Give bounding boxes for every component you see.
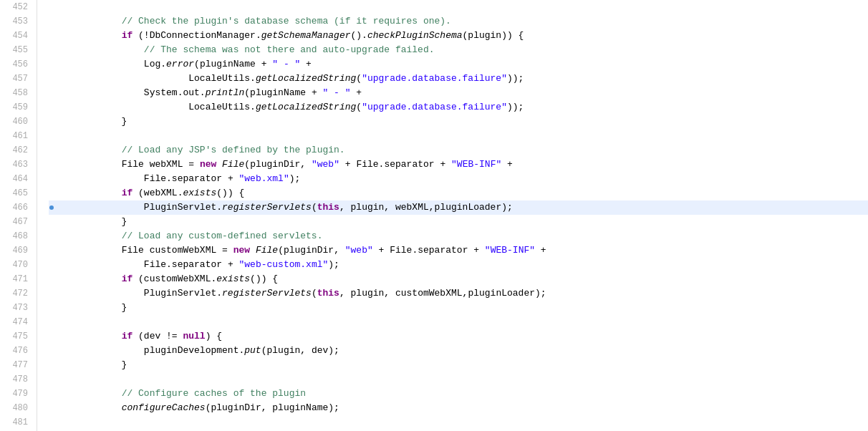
code-line: File customWebXML = new File(pluginDir, … [49, 243, 868, 258]
line-number: 463 [6, 158, 31, 172]
line-number: 470 [6, 258, 31, 272]
line-number: 454 [6, 29, 31, 43]
code-line: if (customWebXML.exists()) { [49, 272, 868, 286]
code-text: // The schema was not there and auto-upg… [54, 43, 868, 57]
code-line [49, 129, 868, 143]
code-line: if (!DbConnectionManager.getSchemaManage… [49, 29, 868, 43]
code-text: if (dev != null) { [54, 329, 868, 344]
line-number: 453 [6, 14, 31, 29]
line-number: 468 [6, 229, 31, 243]
code-text: configureCaches(pluginDir, pluginName); [54, 401, 868, 415]
code-line [49, 0, 868, 14]
code-text: if (!DbConnectionManager.getSchemaManage… [54, 29, 868, 43]
line-number: 475 [6, 329, 31, 344]
code-text [54, 372, 868, 387]
line-number: 478 [6, 372, 31, 387]
code-text: System.out.println(pluginName + " - " + [54, 86, 868, 100]
code-text: // Configure caches of the plugin [54, 387, 868, 401]
code-line [49, 372, 868, 387]
line-number: 467 [6, 215, 31, 229]
code-line: File webXML = new File(pluginDir, "web" … [49, 158, 868, 172]
line-number: 473 [6, 301, 31, 315]
code-content[interactable]: // Check the plugin's database schema (i… [43, 0, 868, 431]
code-line: // The schema was not there and auto-upg… [49, 43, 868, 57]
line-number: 456 [6, 57, 31, 72]
line-number: 479 [6, 387, 31, 401]
line-number: 474 [6, 315, 31, 329]
code-line: // Load any custom-defined servlets. [49, 229, 868, 243]
line-number: 460 [6, 115, 31, 129]
code-text: File.separator + "web-custom.xml"); [54, 258, 868, 272]
code-text: } [54, 215, 868, 229]
code-text: pluginDevelopment.put(plugin, dev); [54, 344, 868, 358]
line-number: 464 [6, 172, 31, 186]
code-line: LocaleUtils.getLocalizedString("upgrade.… [49, 100, 868, 115]
code-line: } [49, 115, 868, 129]
code-line: } [49, 215, 868, 229]
code-line [49, 415, 868, 430]
line-number: 480 [6, 401, 31, 415]
line-number-gutter: 4524534544554564574584594604614624634644… [0, 0, 37, 431]
code-line: configureCaches(pluginDir, pluginName); [49, 401, 868, 415]
line-number: 477 [6, 358, 31, 372]
breakpoint-marker [49, 205, 54, 210]
code-text: if (webXML.exists()) { [54, 186, 868, 200]
code-editor: 4524534544554564574584594604614624634644… [0, 0, 868, 431]
code-line: PluginServlet.registerServlets(this, plu… [49, 200, 868, 215]
line-number: 458 [6, 86, 31, 100]
line-number: 461 [6, 129, 31, 143]
code-text: } [54, 301, 868, 315]
code-text [54, 415, 868, 430]
line-number: 469 [6, 243, 31, 258]
code-text: if (customWebXML.exists()) { [54, 272, 868, 286]
code-text: // Load any JSP's defined by the plugin. [54, 143, 868, 158]
code-line: if (webXML.exists()) { [49, 186, 868, 200]
code-line: File.separator + "web-custom.xml"); [49, 258, 868, 272]
gutter-area [49, 205, 54, 210]
code-line: Log.error(pluginName + " - " + [49, 57, 868, 72]
line-number: 471 [6, 272, 31, 286]
code-text: } [54, 115, 868, 129]
code-line: File.separator + "web.xml"); [49, 172, 868, 186]
code-text: Log.error(pluginName + " - " + [54, 57, 868, 72]
code-line: } [49, 301, 868, 315]
line-number: 455 [6, 43, 31, 57]
breakpoint-gutter [37, 0, 43, 431]
code-line: } [49, 358, 868, 372]
code-line: pluginDevelopment.put(plugin, dev); [49, 344, 868, 358]
code-text: File customWebXML = new File(pluginDir, … [54, 243, 868, 258]
code-text: File webXML = new File(pluginDir, "web" … [54, 158, 868, 172]
code-line: // Configure caches of the plugin [49, 387, 868, 401]
code-text: PluginServlet.registerServlets(this, plu… [54, 200, 868, 215]
line-number: 465 [6, 186, 31, 200]
line-number: 459 [6, 100, 31, 115]
code-line: System.out.println(pluginName + " - " + [49, 86, 868, 100]
line-number: 472 [6, 286, 31, 301]
code-text: } [54, 358, 868, 372]
code-text: LocaleUtils.getLocalizedString("upgrade.… [54, 72, 868, 86]
code-line: PluginServlet.registerServlets(this, plu… [49, 286, 868, 301]
line-number: 476 [6, 344, 31, 358]
code-line: // Check the plugin's database schema (i… [49, 14, 868, 29]
line-number: 481 [6, 415, 31, 430]
line-number: 466 [6, 200, 31, 215]
code-line [49, 315, 868, 329]
code-text: // Check the plugin's database schema (i… [54, 14, 868, 29]
code-text: LocaleUtils.getLocalizedString("upgrade.… [54, 100, 868, 115]
line-number: 457 [6, 72, 31, 86]
code-text: PluginServlet.registerServlets(this, plu… [54, 286, 868, 301]
code-line: // Load any JSP's defined by the plugin. [49, 143, 868, 158]
code-text: File.separator + "web.xml"); [54, 172, 868, 186]
code-text [54, 315, 868, 329]
line-number: 452 [6, 0, 31, 14]
code-line: if (dev != null) { [49, 329, 868, 344]
code-text: // Load any custom-defined servlets. [54, 229, 868, 243]
code-line: LocaleUtils.getLocalizedString("upgrade.… [49, 72, 868, 86]
line-number: 462 [6, 143, 31, 158]
code-text [54, 129, 868, 143]
